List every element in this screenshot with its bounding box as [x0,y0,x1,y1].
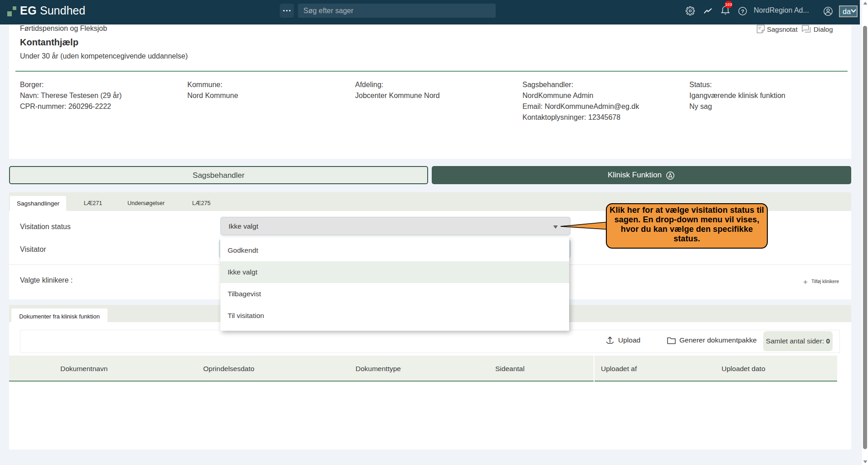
svg-text:?: ? [741,9,744,14]
